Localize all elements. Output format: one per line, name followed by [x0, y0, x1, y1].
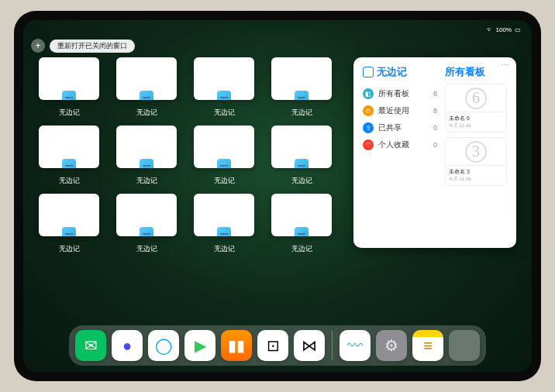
add-window-button[interactable]: +	[31, 39, 45, 53]
content-area: 〰无边记〰无边记〰无边记〰无边记〰无边记〰无边记〰无边记〰无边记〰无边记〰无边记…	[39, 57, 516, 324]
window-label: 无边记	[59, 176, 80, 186]
board-preview: 3	[446, 138, 506, 166]
app-window[interactable]: 〰无边记	[116, 194, 177, 254]
app-window[interactable]: 〰无边记	[194, 126, 254, 186]
sidebar-item-icon: ⇪	[363, 122, 374, 133]
app-badge-icon: 〰	[140, 159, 153, 168]
battery-icon: ▭	[515, 26, 521, 33]
boards-title: 所有看板	[445, 65, 507, 79]
sidebar-item-count: 8	[433, 90, 437, 98]
qqbrowser-icon[interactable]: ◯	[148, 330, 179, 361]
app-badge-icon: 〰	[62, 159, 76, 168]
app-window[interactable]: 〰无边记	[39, 126, 99, 186]
dock: ✉●◯▶▮▮⊡⋈ 〰⚙≡	[69, 325, 486, 366]
notes-icon[interactable]: ≡	[412, 330, 443, 361]
app-window[interactable]: 〰无边记	[271, 57, 332, 118]
window-thumbnail: 〰	[194, 57, 254, 100]
sidebar-item-icon: ⏱	[363, 105, 374, 116]
boards-column: 所有看板 6未命名 6今天 11:263未命名 3今天 11:26	[445, 65, 507, 240]
board-date: 今天 11:26	[449, 176, 503, 183]
app-window[interactable]: 〰无边记	[194, 57, 254, 118]
top-controls: + 重新打开已关闭的窗口	[31, 39, 135, 53]
status-bar: ᯤ 100% ▭	[23, 23, 532, 36]
window-thumbnail: 〰	[271, 126, 332, 168]
wechat-icon[interactable]: ✉	[75, 330, 106, 361]
app-badge-icon: 〰	[217, 227, 231, 236]
window-thumbnail: 〰	[194, 194, 254, 236]
app-window[interactable]: 〰无边记	[116, 57, 177, 118]
app-window[interactable]: 〰无边记	[271, 126, 332, 186]
panel-title: 无边记	[363, 65, 437, 79]
board-preview: 6	[446, 84, 506, 112]
app-window[interactable]: 〰无边记	[116, 126, 177, 186]
app-badge-icon: 〰	[140, 227, 153, 236]
sidebar-item[interactable]: ⏱最近使用8	[363, 102, 437, 119]
board-name: 未命名 3	[449, 168, 503, 176]
window-label: 无边记	[291, 176, 312, 186]
settings-icon[interactable]: ⚙	[376, 330, 407, 361]
window-thumbnail: 〰	[271, 57, 332, 100]
window-thumbnail: 〰	[116, 57, 177, 100]
wifi-icon: ᯤ	[487, 26, 493, 33]
window-thumbnail: 〰	[39, 126, 99, 168]
app-badge-icon: 〰	[62, 91, 76, 100]
app-window[interactable]: 〰无边记	[39, 194, 99, 254]
panel-sidebar: 无边记 ◧所有看板8⏱最近使用8⇪已共享0♡个人收藏0	[363, 65, 437, 240]
sidebar-item-count: 8	[433, 107, 437, 115]
sidebar-item[interactable]: ◧所有看板8	[363, 85, 437, 102]
sidebar-item-icon: ♡	[363, 139, 374, 150]
window-thumbnail: 〰	[194, 126, 254, 168]
app-badge-icon: 〰	[140, 91, 153, 100]
quark-icon[interactable]: ●	[112, 330, 143, 361]
app-badge-icon: 〰	[295, 159, 309, 168]
sidebar-item-label: 已共享	[378, 122, 402, 133]
window-label: 无边记	[136, 176, 157, 186]
books-icon[interactable]: ▮▮	[221, 330, 252, 361]
window-label: 无边记	[59, 244, 80, 254]
window-label: 无边记	[291, 244, 312, 254]
panel-title-text: 无边记	[377, 65, 407, 79]
app-badge-icon: 〰	[217, 91, 231, 100]
board-card[interactable]: 3未命名 3今天 11:26	[445, 137, 507, 186]
window-thumbnail: 〰	[39, 194, 99, 236]
window-label: 无边记	[136, 244, 157, 254]
window-label: 无边记	[214, 244, 235, 254]
sidebar-item-label: 所有看板	[378, 88, 409, 99]
app-badge-icon: 〰	[62, 227, 76, 236]
status-right: ᯤ 100% ▭	[487, 26, 521, 33]
window-label: 无边记	[214, 176, 235, 186]
sidebar-item[interactable]: ♡个人收藏0	[363, 136, 437, 153]
dice-icon[interactable]: ⊡	[257, 330, 288, 361]
connect-icon[interactable]: ⋈	[294, 330, 325, 361]
window-thumbnail: 〰	[116, 194, 177, 236]
sidebar-item[interactable]: ⇪已共享0	[363, 119, 437, 136]
app-badge-icon: 〰	[217, 159, 231, 168]
panel-more-button[interactable]: ···	[502, 60, 510, 69]
dock-divider	[332, 331, 333, 360]
dock-folder[interactable]	[449, 330, 480, 361]
sidebar-item-label: 个人收藏	[378, 139, 409, 150]
app-window[interactable]: 〰无边记	[271, 194, 332, 254]
freeform-panel: ··· 无边记 ◧所有看板8⏱最近使用8⇪已共享0♡个人收藏0 所有看板 6未命…	[353, 57, 516, 248]
window-label: 无边记	[136, 108, 157, 118]
window-grid: 〰无边记〰无边记〰无边记〰无边记〰无边记〰无边记〰无边记〰无边记〰无边记〰无边记…	[39, 57, 335, 324]
sidebar-item-count: 0	[433, 124, 437, 132]
play-icon[interactable]: ▶	[184, 330, 215, 361]
sidebar-item-label: 最近使用	[378, 105, 409, 116]
reopen-closed-window-button[interactable]: 重新打开已关闭的窗口	[50, 40, 135, 53]
board-card[interactable]: 6未命名 6今天 11:26	[445, 84, 507, 132]
app-window[interactable]: 〰无边记	[194, 194, 254, 254]
app-badge-icon: 〰	[295, 91, 309, 100]
window-thumbnail: 〰	[116, 126, 177, 168]
window-label: 无边记	[59, 108, 80, 118]
battery-label: 100%	[496, 26, 512, 33]
window-label: 无边记	[214, 108, 235, 118]
app-window[interactable]: 〰无边记	[39, 57, 99, 118]
screen: ᯤ 100% ▭ + 重新打开已关闭的窗口 〰无边记〰无边记〰无边记〰无边记〰无…	[23, 20, 532, 372]
ipad-frame: ᯤ 100% ▭ + 重新打开已关闭的窗口 〰无边记〰无边记〰无边记〰无边记〰无…	[14, 11, 541, 381]
sidebar-item-icon: ◧	[363, 88, 374, 99]
panel-title-icon	[363, 67, 374, 77]
window-label: 无边记	[291, 108, 312, 118]
freeform-icon[interactable]: 〰	[340, 330, 371, 361]
sidebar-item-count: 0	[433, 141, 437, 149]
